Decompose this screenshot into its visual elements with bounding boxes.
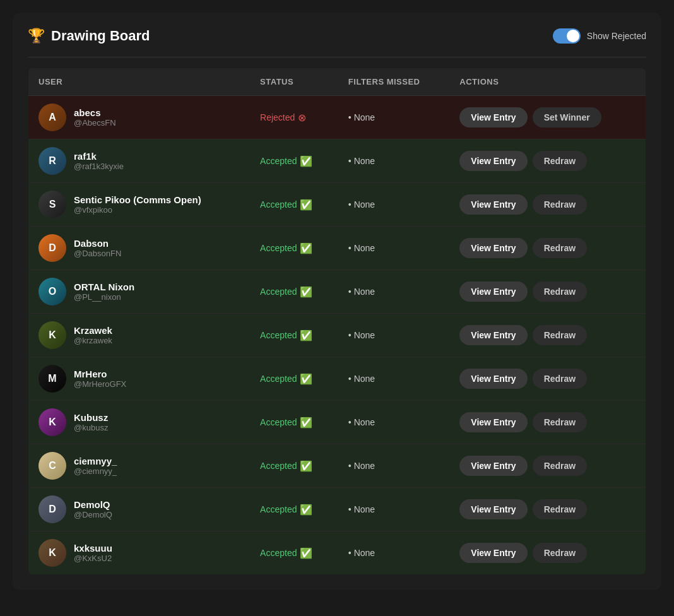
- user-info: DemolQ @DemolQ: [74, 499, 112, 519]
- view-entry-button[interactable]: View Entry: [459, 543, 527, 563]
- redraw-button[interactable]: Redraw: [533, 543, 588, 563]
- actions-buttons: View Entry Redraw: [459, 499, 636, 519]
- view-entry-button[interactable]: View Entry: [459, 281, 527, 302]
- col-filters: Filters Missed: [338, 68, 449, 96]
- redraw-button[interactable]: Redraw: [533, 456, 588, 476]
- user-handle: @raf1k3kyxie: [74, 162, 124, 171]
- actions-buttons: View Entry Redraw: [459, 194, 636, 215]
- header-divider: [28, 57, 646, 57]
- user-handle: @AbecsFN: [74, 118, 116, 127]
- avatar: O: [38, 278, 66, 305]
- actions-cell: View Entry Redraw: [449, 314, 646, 357]
- redraw-button[interactable]: Redraw: [533, 281, 588, 302]
- actions-cell: View Entry Redraw: [449, 357, 646, 401]
- redraw-button[interactable]: Redraw: [533, 412, 588, 432]
- table-row: C ciemnyy_ @ciemnyy_ Accepted ✅• None Vi…: [28, 444, 646, 488]
- username: raf1k: [74, 151, 124, 162]
- status-badge: Accepted ✅: [260, 417, 328, 429]
- status-badge: Accepted ✅: [260, 547, 328, 559]
- user-cell: S Sentic Pikoo (Comms Open) @vfxpikoo: [28, 183, 251, 227]
- user-cell: C ciemnyy_ @ciemnyy_: [28, 444, 251, 488]
- filters-cell: • None: [338, 139, 449, 183]
- status-badge: Accepted ✅: [260, 460, 328, 472]
- username: Kubusz: [74, 412, 108, 423]
- avatar: D: [38, 234, 66, 262]
- status-cell: Accepted ✅: [250, 139, 338, 183]
- username: Sentic Pikoo (Comms Open): [74, 194, 201, 205]
- view-entry-button[interactable]: View Entry: [459, 412, 527, 432]
- filters-cell: • None: [338, 357, 449, 401]
- status-cell: Accepted ✅: [250, 444, 338, 488]
- actions-cell: View Entry Set Winner: [449, 96, 646, 139]
- toggle-area: Show Rejected: [553, 28, 646, 44]
- avatar: S: [38, 191, 66, 218]
- user-info: Sentic Pikoo (Comms Open) @vfxpikoo: [74, 194, 201, 215]
- actions-buttons: View Entry Redraw: [459, 281, 636, 302]
- actions-cell: View Entry Redraw: [449, 401, 646, 444]
- status-badge: Accepted ✅: [260, 199, 328, 211]
- filters-cell: • None: [338, 270, 449, 314]
- username: ciemnyy_: [74, 456, 117, 466]
- col-user: User: [28, 68, 251, 96]
- table-row: D DemolQ @DemolQ Accepted ✅• None View E…: [28, 488, 646, 531]
- set-winner-button[interactable]: Set Winner: [533, 107, 601, 127]
- avatar: R: [38, 147, 66, 175]
- actions-buttons: View Entry Redraw: [459, 151, 636, 171]
- user-cell: M MrHero @MrHeroGFX: [28, 357, 251, 401]
- view-entry-button[interactable]: View Entry: [459, 325, 527, 345]
- username: Krzawek: [74, 325, 112, 336]
- redraw-button[interactable]: Redraw: [533, 194, 588, 215]
- user-info: kxksuuu @KxKsU2: [74, 543, 112, 563]
- user-info: raf1k @raf1k3kyxie: [74, 151, 124, 171]
- view-entry-button[interactable]: View Entry: [459, 369, 527, 389]
- filters-value: • None: [348, 243, 375, 253]
- status-badge: Rejected ⊗: [260, 112, 328, 124]
- status-badge: Accepted ✅: [260, 329, 328, 341]
- filters-value: • None: [348, 504, 375, 514]
- view-entry-button[interactable]: View Entry: [459, 151, 527, 171]
- filters-cell: • None: [338, 183, 449, 227]
- status-cell: Accepted ✅: [250, 531, 338, 575]
- redraw-button[interactable]: Redraw: [533, 369, 588, 389]
- status-cell: Accepted ✅: [250, 401, 338, 444]
- username: abecs: [74, 107, 116, 118]
- view-entry-button[interactable]: View Entry: [459, 194, 527, 215]
- username: DemolQ: [74, 499, 112, 510]
- redraw-button[interactable]: Redraw: [533, 499, 588, 519]
- view-entry-button[interactable]: View Entry: [459, 238, 527, 258]
- user-handle: @kubusz: [74, 423, 108, 432]
- redraw-button[interactable]: Redraw: [533, 151, 588, 171]
- show-rejected-toggle[interactable]: [553, 28, 581, 44]
- user-handle: @krzawek: [74, 336, 112, 345]
- actions-cell: View Entry Redraw: [449, 270, 646, 314]
- view-entry-button[interactable]: View Entry: [459, 499, 527, 519]
- filters-value: • None: [348, 374, 375, 384]
- username: Dabson: [74, 238, 121, 249]
- view-entry-button[interactable]: View Entry: [459, 107, 527, 127]
- status-badge: Accepted ✅: [260, 286, 328, 298]
- redraw-button[interactable]: Redraw: [533, 238, 588, 258]
- view-entry-button[interactable]: View Entry: [459, 456, 527, 476]
- user-info: ciemnyy_ @ciemnyy_: [74, 456, 117, 476]
- actions-cell: View Entry Redraw: [449, 444, 646, 488]
- filters-cell: • None: [338, 227, 449, 270]
- table-row: D Dabson @DabsonFN Accepted ✅• None View…: [28, 227, 646, 270]
- status-cell: Accepted ✅: [250, 314, 338, 357]
- table-row: O ORTAL Nixon @PL__nixon Accepted ✅• Non…: [28, 270, 646, 314]
- actions-buttons: View Entry Redraw: [459, 369, 636, 389]
- filters-value: • None: [348, 417, 375, 427]
- table-body: A abecs @AbecsFN Rejected ⊗• None View E…: [28, 96, 646, 575]
- user-info: Kubusz @kubusz: [74, 412, 108, 432]
- redraw-button[interactable]: Redraw: [533, 325, 588, 345]
- table-row: K kxksuuu @KxKsU2 Accepted ✅• None View …: [28, 531, 646, 575]
- user-cell: R raf1k @raf1k3kyxie: [28, 139, 251, 183]
- user-handle: @PL__nixon: [74, 292, 134, 302]
- page-title: 🏆 Drawing Board: [28, 28, 150, 44]
- status-badge: Accepted ✅: [260, 373, 328, 385]
- avatar: C: [38, 452, 66, 480]
- user-info: Krzawek @krzawek: [74, 325, 112, 345]
- actions-cell: View Entry Redraw: [449, 531, 646, 575]
- user-cell: K Kubusz @kubusz: [28, 401, 251, 444]
- table-row: R raf1k @raf1k3kyxie Accepted ✅• None Vi…: [28, 139, 646, 183]
- user-handle: @MrHeroGFX: [74, 379, 126, 389]
